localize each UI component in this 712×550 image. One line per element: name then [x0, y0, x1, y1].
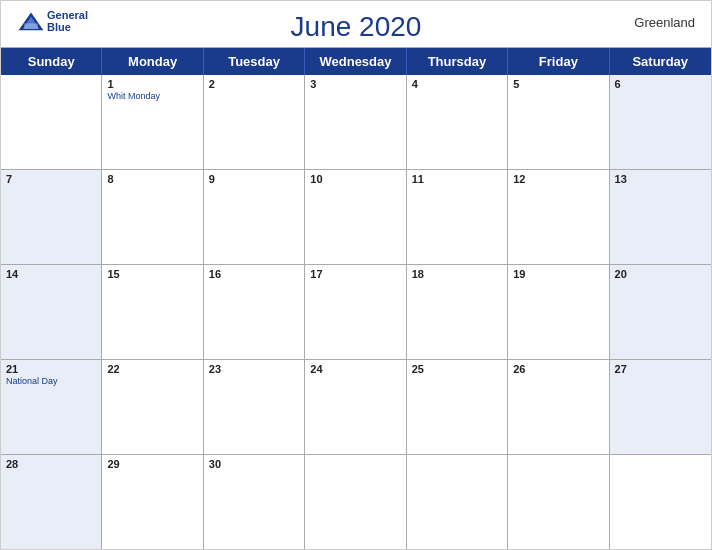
day-number: 18 [412, 268, 502, 280]
day-cell-w1d5: 12 [508, 170, 609, 264]
day-number: 29 [107, 458, 197, 470]
week-row-3: 21National Day222324252627 [1, 360, 711, 455]
day-cell-w0d0 [1, 75, 102, 169]
day-number: 20 [615, 268, 706, 280]
day-number: 10 [310, 173, 400, 185]
day-number: 6 [615, 78, 706, 90]
day-number: 7 [6, 173, 96, 185]
header-tuesday: Tuesday [204, 48, 305, 75]
day-cell-w3d5: 26 [508, 360, 609, 454]
day-cell-w1d6: 13 [610, 170, 711, 264]
day-number: 21 [6, 363, 96, 375]
logo-blue-text: Blue [47, 21, 88, 33]
week-row-1: 78910111213 [1, 170, 711, 265]
header-saturday: Saturday [610, 48, 711, 75]
day-cell-w1d1: 8 [102, 170, 203, 264]
weeks-container: 1Whit Monday2345678910111213141516171819… [1, 75, 711, 549]
header-monday: Monday [102, 48, 203, 75]
week-row-0: 1Whit Monday23456 [1, 75, 711, 170]
calendar-container: General Blue June 2020 Greenland Sunday … [0, 0, 712, 550]
day-cell-w3d4: 25 [407, 360, 508, 454]
calendar-grid: Sunday Monday Tuesday Wednesday Thursday… [1, 47, 711, 549]
day-cell-w0d6: 6 [610, 75, 711, 169]
day-cell-w4d3 [305, 455, 406, 549]
day-cell-w2d5: 19 [508, 265, 609, 359]
week-row-2: 14151617181920 [1, 265, 711, 360]
day-cell-w3d1: 22 [102, 360, 203, 454]
day-number: 27 [615, 363, 706, 375]
day-number: 15 [107, 268, 197, 280]
day-cell-w1d2: 9 [204, 170, 305, 264]
calendar-header: General Blue June 2020 Greenland [1, 1, 711, 47]
day-number: 13 [615, 173, 706, 185]
day-number: 26 [513, 363, 603, 375]
day-cell-w3d6: 27 [610, 360, 711, 454]
header-thursday: Thursday [407, 48, 508, 75]
day-cell-w3d0: 21National Day [1, 360, 102, 454]
header-wednesday: Wednesday [305, 48, 406, 75]
logo-area: General Blue [17, 9, 88, 33]
day-cell-w2d4: 18 [407, 265, 508, 359]
day-number: 19 [513, 268, 603, 280]
day-number: 3 [310, 78, 400, 90]
day-cell-w0d3: 3 [305, 75, 406, 169]
day-cell-w2d3: 17 [305, 265, 406, 359]
day-number: 9 [209, 173, 299, 185]
day-cell-w4d4 [407, 455, 508, 549]
day-number: 30 [209, 458, 299, 470]
day-number: 12 [513, 173, 603, 185]
day-number: 16 [209, 268, 299, 280]
day-cell-w3d2: 23 [204, 360, 305, 454]
header-friday: Friday [508, 48, 609, 75]
day-cell-w4d5 [508, 455, 609, 549]
day-cell-w1d0: 7 [1, 170, 102, 264]
day-cell-w0d5: 5 [508, 75, 609, 169]
logo-general-text: General [47, 9, 88, 21]
day-cell-w4d6 [610, 455, 711, 549]
day-number: 28 [6, 458, 96, 470]
day-headers-row: Sunday Monday Tuesday Wednesday Thursday… [1, 48, 711, 75]
day-number: 22 [107, 363, 197, 375]
day-number: 17 [310, 268, 400, 280]
day-number: 25 [412, 363, 502, 375]
day-cell-w1d3: 10 [305, 170, 406, 264]
day-number: 1 [107, 78, 197, 90]
day-number: 14 [6, 268, 96, 280]
day-number: 8 [107, 173, 197, 185]
week-row-4: 282930 [1, 455, 711, 549]
day-number: 4 [412, 78, 502, 90]
day-number: 5 [513, 78, 603, 90]
day-cell-w2d6: 20 [610, 265, 711, 359]
day-cell-w4d0: 28 [1, 455, 102, 549]
generalblue-logo-icon [17, 11, 45, 33]
holiday-label: National Day [6, 376, 96, 387]
day-number: 11 [412, 173, 502, 185]
header-sunday: Sunday [1, 48, 102, 75]
day-cell-w4d1: 29 [102, 455, 203, 549]
day-number: 24 [310, 363, 400, 375]
day-cell-w4d2: 30 [204, 455, 305, 549]
day-cell-w0d4: 4 [407, 75, 508, 169]
day-cell-w2d0: 14 [1, 265, 102, 359]
day-number: 2 [209, 78, 299, 90]
holiday-label: Whit Monday [107, 91, 197, 102]
day-cell-w3d3: 24 [305, 360, 406, 454]
region-label: Greenland [634, 15, 695, 30]
calendar-title: June 2020 [291, 11, 422, 43]
day-cell-w1d4: 11 [407, 170, 508, 264]
day-number: 23 [209, 363, 299, 375]
day-cell-w0d1: 1Whit Monday [102, 75, 203, 169]
day-cell-w2d1: 15 [102, 265, 203, 359]
day-cell-w0d2: 2 [204, 75, 305, 169]
svg-rect-2 [24, 23, 38, 29]
day-cell-w2d2: 16 [204, 265, 305, 359]
